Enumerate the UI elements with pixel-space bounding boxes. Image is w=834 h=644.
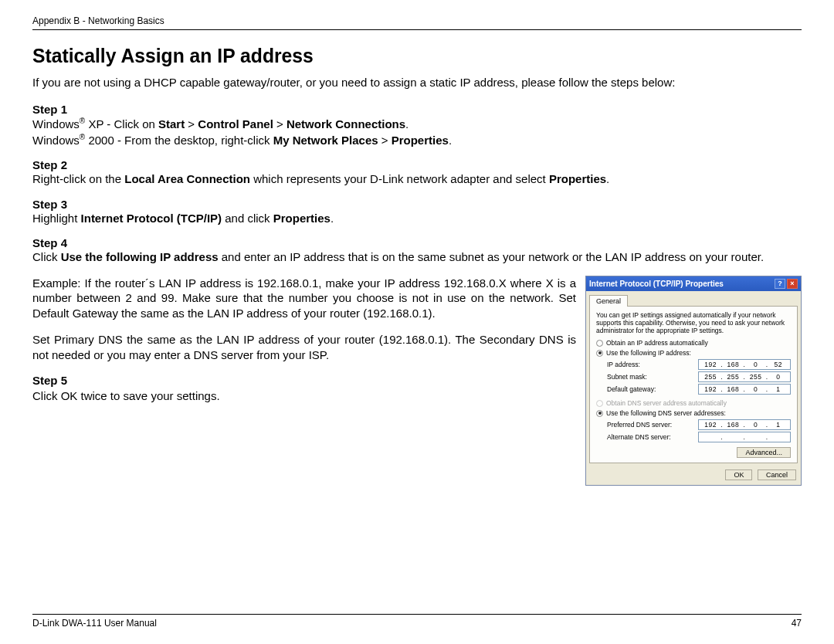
step4-label: Step 4 — [32, 236, 802, 249]
dns-text: Set Primary DNS the same as the LAN IP a… — [32, 332, 576, 363]
footer-page-number: 47 — [792, 618, 802, 629]
radio-label: Obtain DNS server address automatically — [606, 399, 727, 407]
cancel-button[interactable]: Cancel — [758, 469, 796, 480]
intro-text: If you are not using a DHCP capable gate… — [32, 76, 802, 89]
text: Control Panel — [198, 117, 273, 130]
radio-label: Use the following IP address: — [606, 349, 691, 357]
label-ip: IP address: — [607, 361, 698, 368]
page-footer: D-Link DWA-111 User Manual 47 — [32, 614, 802, 629]
footer-left: D-Link DWA-111 User Manual — [32, 618, 157, 629]
close-icon[interactable]: × — [787, 279, 798, 289]
dialog-titlebar: Internet Protocol (TCP/IP) Properties ? … — [586, 276, 801, 291]
step5-label: Step 5 — [32, 373, 576, 388]
radio-use-dns[interactable]: Use the following DNS server addresses: — [596, 409, 791, 417]
label-gateway: Default gateway: — [607, 385, 698, 393]
step3-body: Highlight Internet Protocol (TCP/IP) and… — [32, 211, 802, 226]
input-ip[interactable]: 192.168.0.52 — [698, 359, 791, 370]
text: My Network Places — [273, 134, 378, 147]
text: Start — [158, 117, 185, 130]
step4-body: Click Use the following IP address and e… — [32, 249, 802, 265]
text: which represents your D-Link network ada… — [250, 172, 549, 185]
text: . — [405, 117, 409, 130]
advanced-button[interactable]: Advanced... — [737, 447, 791, 458]
text: Windows — [32, 117, 80, 130]
tab-general[interactable]: General — [589, 295, 628, 307]
radio-label: Obtain an IP address automatically — [606, 339, 708, 347]
page-title: Statically Assign an IP address — [32, 44, 763, 68]
step2-body: Right-click on the Local Area Connection… — [32, 171, 802, 187]
text: Click — [32, 250, 61, 263]
tcpip-dialog: Internet Protocol (TCP/IP) Properties ? … — [585, 276, 802, 486]
dialog-tabs: General — [586, 291, 801, 306]
input-gateway[interactable]: 192.168.0.1 — [698, 384, 791, 395]
text: . — [449, 134, 452, 147]
radio-obtain-ip[interactable]: Obtain an IP address automatically — [596, 339, 791, 347]
input-pref-dns[interactable]: 192.168.0.1 — [698, 419, 791, 430]
text: Highlight — [32, 212, 81, 225]
step5-body: Click OK twice to save your settings. — [32, 388, 576, 404]
label-subnet: Subnet mask: — [607, 373, 698, 381]
text: Right-click on the — [32, 172, 124, 185]
input-alt-dns[interactable]: ... — [698, 432, 791, 442]
text: 2000 - From the desktop, right-click — [85, 134, 273, 147]
text: Properties — [392, 134, 449, 147]
text: Use the following IP address — [61, 250, 219, 263]
header-breadcrumb: Appendix B - Networking Basics — [32, 15, 802, 30]
step1-label: Step 1 — [32, 103, 802, 116]
text: > — [185, 117, 198, 130]
input-subnet[interactable]: 255.255.255.0 — [698, 371, 791, 382]
radio-label: Use the following DNS server addresses: — [606, 409, 726, 417]
help-icon[interactable]: ? — [775, 279, 785, 289]
step1-body: Windows® XP - Click on Start > Control P… — [32, 116, 802, 147]
text: > — [378, 134, 392, 147]
step3-label: Step 3 — [32, 198, 802, 211]
text: > — [273, 117, 286, 130]
radio-use-ip[interactable]: Use the following IP address: — [596, 349, 791, 357]
text: Internet Protocol (TCP/IP) — [81, 212, 222, 225]
label-pref-dns: Preferred DNS server: — [607, 421, 698, 429]
text: . — [331, 212, 334, 225]
text: Properties — [549, 172, 606, 185]
dialog-title-text: Internet Protocol (TCP/IP) Properties — [589, 280, 724, 288]
example-text: Example: If the router´s LAN IP address … — [32, 276, 576, 321]
text: XP - Click on — [85, 117, 158, 130]
text: and enter an IP address that is on the s… — [219, 250, 764, 263]
text: Network Connections — [286, 117, 405, 130]
text: and click — [222, 212, 273, 225]
dialog-desc: You can get IP settings assigned automat… — [596, 311, 791, 335]
text: Local Area Connection — [124, 172, 250, 185]
radio-obtain-dns: Obtain DNS server address automatically — [596, 399, 791, 407]
label-alt-dns: Alternate DNS server: — [607, 433, 698, 441]
ok-button[interactable]: OK — [725, 469, 752, 480]
text: Properties — [273, 212, 331, 225]
text: . — [606, 172, 609, 185]
step2-label: Step 2 — [32, 158, 802, 171]
text: Windows — [32, 134, 80, 147]
